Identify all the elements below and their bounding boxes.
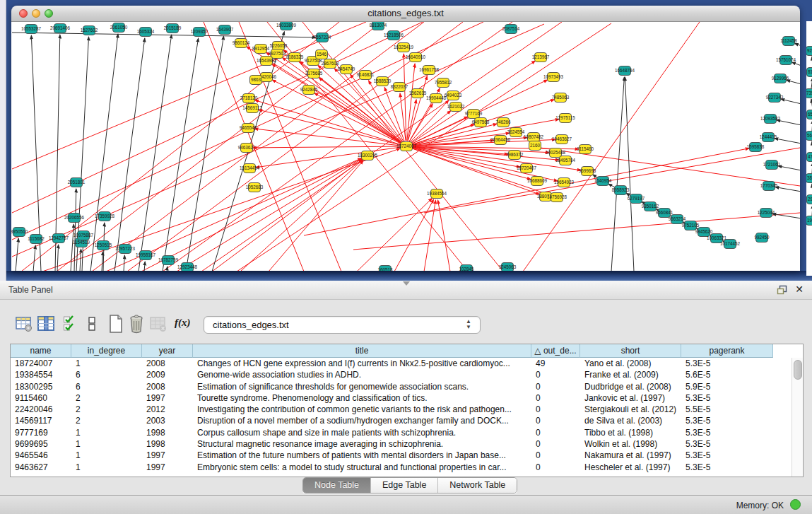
table-cell[interactable]: 0 — [531, 381, 580, 392]
table-cell[interactable]: 5.3E-5 — [681, 450, 773, 461]
column-header-1[interactable]: in_degree — [71, 344, 142, 358]
table-cell[interactable]: 18300295 — [11, 381, 71, 392]
control-panel-edge[interactable] — [0, 0, 6, 281]
table-row[interactable]: 911546021997Tourette syndrome. Phenomeno… — [11, 392, 792, 404]
table-cell[interactable]: 9465546 — [11, 450, 71, 461]
stacked-squares-icon[interactable] — [88, 314, 96, 334]
tab-network-table[interactable]: Network Table — [438, 478, 517, 493]
table-cell[interactable]: 1997 — [142, 462, 193, 473]
table-cell[interactable]: 9463627 — [11, 462, 71, 473]
split-divider-handle[interactable] — [403, 281, 410, 286]
table-cell[interactable]: 2 — [71, 404, 142, 415]
table-cell[interactable]: 5.3E-5 — [681, 415, 773, 426]
table-row[interactable]: 1872400712008Changes of HCN gene express… — [11, 358, 792, 369]
table-cell[interactable]: 9699695 — [11, 438, 71, 450]
table-cell[interactable]: 0 — [531, 392, 580, 404]
table-selector-dropdown[interactable]: citations_edges.txt ▲▼ — [204, 316, 481, 334]
table-cell[interactable]: 0 — [531, 415, 580, 426]
table-cell[interactable]: Yano et al. (2008) — [580, 358, 681, 369]
table-cell[interactable]: 1 — [71, 358, 142, 369]
table-cell[interactable]: 49 — [531, 358, 580, 369]
table-cell[interactable]: 5.5E-5 — [681, 404, 773, 415]
table-cell[interactable]: 5.3E-5 — [681, 438, 773, 450]
table-cell[interactable]: 6 — [71, 369, 142, 380]
table-cell[interactable]: 1 — [71, 438, 142, 450]
table-cell[interactable]: 6 — [71, 381, 142, 392]
table-cell[interactable]: 14569117 — [11, 415, 71, 426]
table-cell[interactable]: 0 — [531, 462, 580, 473]
tab-node-table[interactable]: Node Table — [303, 478, 371, 493]
network-graph[interactable]: 1872400798601248912954522605899275031654… — [11, 22, 800, 271]
function-builder-icon[interactable]: f(x) — [175, 314, 191, 337]
table-row[interactable]: 1456911722003Disruption of a novel membe… — [11, 415, 792, 426]
column-header-6[interactable]: pagerank — [681, 344, 773, 358]
table-row[interactable]: 1830029562008Estimation of significance … — [11, 381, 792, 392]
table-cell[interactable]: 2008 — [142, 358, 193, 369]
table-cell[interactable]: Dudbridge et al. (2008) — [580, 381, 681, 392]
table-header-row[interactable]: namein_degreeyeartitle△ out_de...shortpa… — [11, 344, 773, 358]
table-cell[interactable]: 5.3E-5 — [681, 462, 773, 473]
table-row[interactable]: 946362711997Embryonic stem cells: a mode… — [11, 462, 792, 473]
select-columns-icon[interactable] — [37, 314, 56, 334]
scrollbar-thumb[interactable] — [794, 360, 802, 380]
table-cell[interactable]: Corpus callosum shape and size in male p… — [193, 427, 531, 438]
table-cell[interactable]: 1 — [71, 450, 142, 461]
column-header-2[interactable]: year — [142, 344, 193, 358]
tab-edge-table[interactable]: Edge Table — [371, 478, 438, 493]
table-cell[interactable]: 1997 — [142, 392, 193, 404]
table-cell[interactable]: Stergiakouli et al. (2012) — [580, 404, 681, 415]
table-cell[interactable]: 22420046 — [11, 404, 71, 415]
table-row[interactable]: 2242004622012Investigating the contribut… — [11, 404, 792, 415]
network-canvas[interactable]: 1872400798601248912954522605899275031654… — [11, 22, 800, 271]
table-cell[interactable]: Genome-wide association studies in ADHD. — [193, 369, 531, 380]
network-view-window[interactable]: citations_edges.txt 18724007986012489129… — [11, 6, 800, 271]
table-cell[interactable]: 2003 — [142, 415, 193, 426]
table-cell[interactable]: Franke et al. (2009) — [580, 369, 681, 380]
table-cell[interactable]: Embryonic stem cells: a model to study s… — [193, 462, 531, 473]
table-settings-icon[interactable] — [15, 314, 33, 334]
table-row[interactable]: 946554611997Estimation of the future num… — [11, 450, 792, 461]
table-cell[interactable]: 9777169 — [11, 427, 71, 438]
table-panel-header[interactable]: Table Panel ✕ — [0, 281, 812, 300]
table-cell[interactable]: 0 — [531, 404, 580, 415]
table-cell[interactable]: 2012 — [142, 404, 193, 415]
table-cell[interactable]: Disruption of a novel member of a sodium… — [193, 415, 531, 426]
table-cell[interactable]: Investigating the contribution of common… — [193, 404, 531, 415]
memory-status-indicator[interactable] — [790, 499, 801, 510]
close-panel-icon[interactable]: ✕ — [795, 284, 804, 295]
table-row[interactable]: 977716911998Corpus callosum shape and si… — [11, 427, 792, 438]
table-cell[interactable]: 1 — [71, 427, 142, 438]
table-cell[interactable]: 1998 — [142, 438, 193, 450]
column-header-5[interactable]: short — [580, 344, 681, 358]
table-cell[interactable]: 2 — [71, 415, 142, 426]
float-panel-icon[interactable] — [777, 285, 788, 295]
table-cell[interactable]: 2009 — [142, 369, 193, 380]
table-cell[interactable]: Estimation of significance thresholds fo… — [193, 381, 531, 392]
column-header-0[interactable]: name — [11, 344, 71, 358]
table-cell[interactable]: 0 — [531, 427, 580, 438]
table-cell[interactable]: 1998 — [142, 427, 193, 438]
column-header-3[interactable]: title — [193, 344, 531, 358]
vertical-scrollbar[interactable] — [792, 358, 803, 477]
table-cell[interactable]: Changes of HCN gene expression and I(f) … — [193, 358, 531, 369]
checklist-icon[interactable] — [63, 314, 76, 334]
window-titlebar[interactable]: citations_edges.txt — [11, 6, 800, 22]
table-cell[interactable]: 0 — [531, 369, 580, 380]
column-header-4[interactable]: △ out_de... — [531, 344, 580, 358]
table-cell[interactable]: 18724007 — [11, 358, 71, 369]
table-cell[interactable]: Tourette syndrome. Phenomenology and cla… — [193, 392, 531, 404]
table-cell[interactable]: 1997 — [142, 450, 193, 461]
table-row[interactable]: 969969511998Structural magnetic resonanc… — [11, 438, 792, 450]
table-cell[interactable]: 2008 — [142, 381, 193, 392]
table-cell[interactable]: 5.3E-5 — [681, 427, 773, 438]
new-table-icon[interactable] — [107, 314, 124, 334]
table-cell[interactable]: 5.3E-5 — [681, 358, 773, 369]
table-cell[interactable]: 2 — [71, 392, 142, 404]
table-cell[interactable]: de Silva et al. (2003) — [580, 415, 681, 426]
table-row[interactable]: 1938455462009Genome-wide association stu… — [11, 369, 792, 380]
table-cell[interactable]: 0 — [531, 438, 580, 450]
table-cell[interactable]: 9115460 — [11, 392, 71, 404]
table-cell[interactable]: 19384554 — [11, 369, 71, 380]
table-cell[interactable]: Tibbo et al. (1998) — [580, 427, 681, 438]
table-cell[interactable]: Hescheler et al. (1997) — [580, 462, 681, 473]
